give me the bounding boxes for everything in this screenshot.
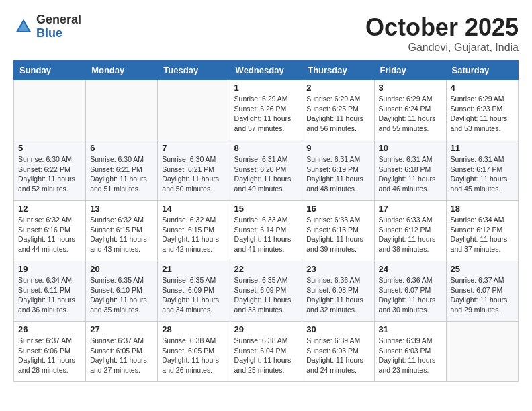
calendar-cell: 3Sunrise: 6:29 AMSunset: 6:24 PMDaylight… [374,80,446,140]
calendar-cell: 30Sunrise: 6:39 AMSunset: 6:03 PMDayligh… [302,322,374,382]
calendar-cell: 4Sunrise: 6:29 AMSunset: 6:23 PMDaylight… [446,80,518,140]
day-number: 28 [162,324,225,334]
calendar-cell: 23Sunrise: 6:36 AMSunset: 6:08 PMDayligh… [302,261,374,322]
weekday-header-tuesday: Tuesday [158,61,230,80]
calendar-cell: 25Sunrise: 6:37 AMSunset: 6:07 PMDayligh… [446,261,518,322]
day-number: 26 [18,324,81,334]
day-info: Sunrise: 6:37 AMSunset: 6:06 PMDaylight:… [18,336,81,375]
calendar-cell: 9Sunrise: 6:31 AMSunset: 6:19 PMDaylight… [302,140,374,201]
calendar-cell: 8Sunrise: 6:31 AMSunset: 6:20 PMDaylight… [230,140,302,201]
day-info: Sunrise: 6:31 AMSunset: 6:20 PMDaylight:… [234,154,298,194]
day-info: Sunrise: 6:39 AMSunset: 6:03 PMDaylight:… [306,336,369,375]
day-info: Sunrise: 6:32 AMSunset: 6:15 PMDaylight:… [90,215,153,255]
calendar-cell: 21Sunrise: 6:35 AMSunset: 6:09 PMDayligh… [158,261,230,322]
page-header: General Blue October 2025 Gandevi, Gujar… [13,13,519,54]
weekday-header-friday: Friday [374,61,446,80]
day-info: Sunrise: 6:38 AMSunset: 6:04 PMDaylight:… [234,336,298,375]
day-number: 12 [18,203,81,214]
calendar-cell: 18Sunrise: 6:34 AMSunset: 6:12 PMDayligh… [446,201,518,261]
day-number: 27 [90,324,153,334]
calendar-cell: 10Sunrise: 6:31 AMSunset: 6:18 PMDayligh… [374,140,446,201]
day-info: Sunrise: 6:30 AMSunset: 6:22 PMDaylight:… [18,154,81,194]
logo-icon [13,17,34,37]
calendar-cell [158,80,230,140]
day-number: 2 [306,83,369,93]
weekday-header-saturday: Saturday [446,61,518,80]
day-info: Sunrise: 6:34 AMSunset: 6:12 PMDaylight:… [451,215,514,255]
day-info: Sunrise: 6:29 AMSunset: 6:25 PMDaylight:… [306,94,369,134]
logo-blue: Blue [36,27,81,40]
calendar-cell: 2Sunrise: 6:29 AMSunset: 6:25 PMDaylight… [302,80,374,140]
day-number: 20 [90,264,153,274]
week-row-3: 12Sunrise: 6:32 AMSunset: 6:16 PMDayligh… [14,201,519,261]
calendar-cell: 26Sunrise: 6:37 AMSunset: 6:06 PMDayligh… [14,322,86,382]
day-info: Sunrise: 6:32 AMSunset: 6:15 PMDaylight:… [162,215,225,255]
calendar-cell: 16Sunrise: 6:33 AMSunset: 6:13 PMDayligh… [302,201,374,261]
day-info: Sunrise: 6:33 AMSunset: 6:12 PMDaylight:… [379,215,442,255]
day-number: 17 [379,203,442,214]
calendar-cell: 11Sunrise: 6:31 AMSunset: 6:17 PMDayligh… [446,140,518,201]
calendar-cell: 7Sunrise: 6:30 AMSunset: 6:21 PMDaylight… [158,140,230,201]
weekday-header-thursday: Thursday [302,61,374,80]
weekday-header-row: SundayMondayTuesdayWednesdayThursdayFrid… [14,61,519,80]
day-number: 14 [162,203,225,214]
calendar-cell: 29Sunrise: 6:38 AMSunset: 6:04 PMDayligh… [230,322,302,382]
day-info: Sunrise: 6:39 AMSunset: 6:03 PMDaylight:… [379,336,442,375]
day-info: Sunrise: 6:35 AMSunset: 6:09 PMDaylight:… [234,275,298,315]
day-number: 6 [90,143,153,153]
calendar-cell: 31Sunrise: 6:39 AMSunset: 6:03 PMDayligh… [374,322,446,382]
day-info: Sunrise: 6:31 AMSunset: 6:19 PMDaylight:… [306,154,369,194]
calendar-cell [446,322,518,382]
day-number: 18 [451,203,514,214]
day-number: 9 [306,143,369,153]
day-info: Sunrise: 6:34 AMSunset: 6:11 PMDaylight:… [18,275,81,315]
calendar-cell: 1Sunrise: 6:29 AMSunset: 6:26 PMDaylight… [230,80,302,140]
day-info: Sunrise: 6:29 AMSunset: 6:24 PMDaylight:… [379,94,442,134]
day-info: Sunrise: 6:30 AMSunset: 6:21 PMDaylight:… [162,154,225,194]
week-row-1: 1Sunrise: 6:29 AMSunset: 6:26 PMDaylight… [14,80,519,140]
day-info: Sunrise: 6:31 AMSunset: 6:17 PMDaylight:… [451,154,514,194]
day-info: Sunrise: 6:35 AMSunset: 6:10 PMDaylight:… [90,275,153,315]
location: Gandevi, Gujarat, India [365,42,519,54]
day-info: Sunrise: 6:33 AMSunset: 6:14 PMDaylight:… [234,215,298,255]
day-number: 19 [18,264,81,274]
calendar-cell: 22Sunrise: 6:35 AMSunset: 6:09 PMDayligh… [230,261,302,322]
calendar-cell: 28Sunrise: 6:38 AMSunset: 6:05 PMDayligh… [158,322,230,382]
day-number: 23 [306,264,369,274]
day-info: Sunrise: 6:33 AMSunset: 6:13 PMDaylight:… [306,215,369,255]
calendar-cell [14,80,86,140]
calendar-cell: 6Sunrise: 6:30 AMSunset: 6:21 PMDaylight… [86,140,158,201]
day-number: 10 [379,143,442,153]
calendar-cell: 24Sunrise: 6:36 AMSunset: 6:07 PMDayligh… [374,261,446,322]
calendar-cell [86,80,158,140]
calendar-table: SundayMondayTuesdayWednesdayThursdayFrid… [13,60,519,382]
calendar-cell: 20Sunrise: 6:35 AMSunset: 6:10 PMDayligh… [86,261,158,322]
logo-text: General Blue [36,13,81,40]
day-number: 4 [451,83,514,93]
day-info: Sunrise: 6:37 AMSunset: 6:05 PMDaylight:… [90,336,153,375]
day-number: 3 [379,83,442,93]
day-number: 11 [451,143,514,153]
calendar-cell: 19Sunrise: 6:34 AMSunset: 6:11 PMDayligh… [14,261,86,322]
calendar-cell: 13Sunrise: 6:32 AMSunset: 6:15 PMDayligh… [86,201,158,261]
day-number: 24 [379,264,442,274]
day-info: Sunrise: 6:36 AMSunset: 6:08 PMDaylight:… [306,275,369,315]
week-row-4: 19Sunrise: 6:34 AMSunset: 6:11 PMDayligh… [14,261,519,322]
day-info: Sunrise: 6:30 AMSunset: 6:21 PMDaylight:… [90,154,153,194]
day-number: 30 [306,324,369,334]
week-row-5: 26Sunrise: 6:37 AMSunset: 6:06 PMDayligh… [14,322,519,382]
title-block: October 2025 Gandevi, Gujarat, India [365,13,519,54]
day-number: 1 [234,83,298,93]
day-info: Sunrise: 6:32 AMSunset: 6:16 PMDaylight:… [18,215,81,255]
calendar-cell: 27Sunrise: 6:37 AMSunset: 6:05 PMDayligh… [86,322,158,382]
day-info: Sunrise: 6:38 AMSunset: 6:05 PMDaylight:… [162,336,225,375]
day-number: 29 [234,324,298,334]
day-number: 16 [306,203,369,214]
day-info: Sunrise: 6:36 AMSunset: 6:07 PMDaylight:… [379,275,442,315]
day-number: 25 [451,264,514,274]
day-number: 15 [234,203,298,214]
month-title: October 2025 [365,13,519,42]
day-info: Sunrise: 6:37 AMSunset: 6:07 PMDaylight:… [451,275,514,315]
day-number: 5 [18,143,81,153]
day-number: 31 [379,324,442,334]
